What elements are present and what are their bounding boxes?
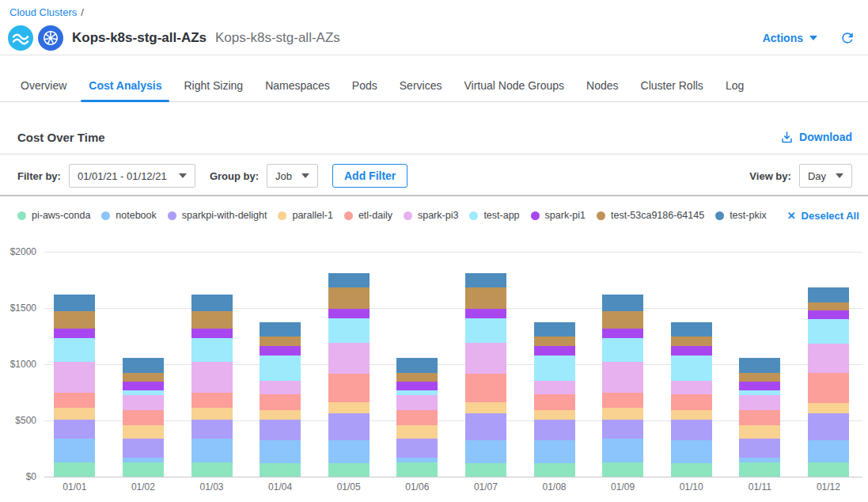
bar-segment-parallel-1-01-02[interactable]: [123, 425, 164, 439]
bar-segment-parallel-1-01-06[interactable]: [396, 425, 438, 439]
tab-nodes[interactable]: Nodes: [575, 70, 629, 101]
bar-segment-spark-pi1-01-09[interactable]: [602, 329, 643, 338]
bar-segment-spark-pi3-01-02[interactable]: [123, 395, 164, 410]
tab-right-sizing[interactable]: Right Sizing: [172, 70, 254, 101]
bar-segment-test-pkix-01-04[interactable]: [260, 322, 301, 337]
bar-segment-test-app-01-05[interactable]: [328, 318, 370, 343]
bar-segment-sparkpi-with-delight-01-06[interactable]: [396, 439, 438, 458]
bar-segment-notebook-01-06[interactable]: [396, 458, 438, 462]
bar-segment-test-53ca9186-64145-01-09[interactable]: [602, 311, 643, 329]
bar-segment-notebook-01-01[interactable]: [54, 439, 95, 462]
bar-segment-test-53ca9186-64145-01-01[interactable]: [54, 311, 95, 329]
tab-pods[interactable]: Pods: [341, 70, 389, 101]
bar-segment-etl-daily-01-07[interactable]: [465, 374, 506, 402]
bar-segment-sparkpi-with-delight-01-05[interactable]: [328, 413, 370, 440]
bar-segment-parallel-1-01-07[interactable]: [465, 402, 506, 413]
bar-segment-spark-pi1-01-11[interactable]: [739, 382, 780, 390]
bar-segment-sparkpi-with-delight-01-11[interactable]: [739, 439, 780, 458]
bar-segment-test-53ca9186-64145-01-03[interactable]: [191, 311, 233, 329]
bar-segment-notebook-01-02[interactable]: [123, 458, 164, 462]
bar-segment-pi-aws-conda-01-03[interactable]: [191, 462, 233, 477]
bar-segment-spark-pi3-01-03[interactable]: [191, 362, 233, 393]
legend-item-notebook[interactable]: notebook: [101, 210, 156, 221]
date-range-select[interactable]: 01/01/21 - 01/12/21: [69, 164, 195, 188]
bar-segment-spark-pi1-01-03[interactable]: [191, 329, 233, 338]
legend-item-pi-aws-conda[interactable]: pi-aws-conda: [17, 210, 90, 221]
bar-segment-test-pkix-01-11[interactable]: [739, 358, 780, 372]
bar-segment-test-53ca9186-64145-01-05[interactable]: [328, 287, 370, 309]
bar-segment-test-53ca9186-64145-01-06[interactable]: [396, 373, 438, 382]
bar-segment-test-app-01-02[interactable]: [123, 390, 164, 395]
bar-segment-etl-daily-01-10[interactable]: [671, 394, 712, 410]
download-button[interactable]: Download: [780, 131, 852, 144]
bar-segment-test-pkix-01-10[interactable]: [671, 322, 712, 337]
legend-item-spark-pi3[interactable]: spark-pi3: [404, 210, 458, 221]
bar-segment-test-pkix-01-01[interactable]: [54, 295, 95, 311]
bar-segment-test-pkix-01-12[interactable]: [808, 287, 849, 302]
bar-segment-spark-pi3-01-09[interactable]: [602, 362, 643, 393]
tab-log[interactable]: Log: [714, 70, 755, 101]
bar-segment-test-53ca9186-64145-01-11[interactable]: [739, 373, 780, 382]
bar-segment-spark-pi1-01-02[interactable]: [123, 382, 164, 390]
bar-segment-spark-pi1-01-06[interactable]: [396, 382, 438, 390]
bar-segment-pi-aws-conda-01-08[interactable]: [534, 463, 575, 477]
bar-segment-notebook-01-03[interactable]: [191, 439, 233, 462]
bar-segment-parallel-1-01-09[interactable]: [602, 408, 643, 420]
bar-segment-parallel-1-01-04[interactable]: [260, 410, 301, 420]
bar-segment-spark-pi1-01-12[interactable]: [808, 310, 849, 319]
bar-segment-test-app-01-07[interactable]: [465, 318, 506, 343]
bar-segment-spark-pi3-01-04[interactable]: [260, 381, 301, 394]
bar-segment-sparkpi-with-delight-01-10[interactable]: [671, 420, 712, 440]
add-filter-button[interactable]: Add Filter: [332, 164, 407, 188]
bar-segment-spark-pi1-01-04[interactable]: [260, 346, 301, 355]
bar-segment-sparkpi-with-delight-01-08[interactable]: [534, 420, 575, 440]
bar-segment-spark-pi3-01-06[interactable]: [396, 395, 438, 410]
bar-segment-parallel-1-01-03[interactable]: [191, 408, 233, 420]
bar-segment-test-53ca9186-64145-01-10[interactable]: [671, 337, 712, 346]
bar-segment-pi-aws-conda-01-12[interactable]: [808, 462, 849, 477]
bar-segment-test-pkix-01-06[interactable]: [396, 358, 438, 372]
bar-segment-test-pkix-01-03[interactable]: [191, 295, 233, 311]
bar-segment-test-app-01-01[interactable]: [54, 338, 95, 362]
bar-segment-etl-daily-01-09[interactable]: [602, 393, 643, 408]
bar-segment-pi-aws-conda-01-05[interactable]: [328, 463, 370, 477]
legend-item-spark-pi1[interactable]: spark-pi1: [531, 210, 586, 221]
tab-overview[interactable]: Overview: [9, 70, 78, 101]
bar-segment-test-53ca9186-64145-01-08[interactable]: [534, 337, 575, 346]
legend-item-parallel-1[interactable]: parallel-1: [278, 210, 332, 221]
bar-segment-test-53ca9186-64145-01-02[interactable]: [123, 373, 164, 382]
bar-segment-test-53ca9186-64145-01-12[interactable]: [808, 302, 849, 310]
legend-item-etl-daily[interactable]: etl-daily: [344, 210, 392, 221]
bar-segment-notebook-01-12[interactable]: [808, 440, 849, 462]
bar-segment-notebook-01-07[interactable]: [465, 440, 506, 463]
bar-segment-test-pkix-01-09[interactable]: [602, 295, 643, 311]
bar-segment-spark-pi1-01-05[interactable]: [328, 309, 370, 318]
bar-segment-test-pkix-01-07[interactable]: [465, 273, 506, 287]
deselect-all-button[interactable]: ✕Deselect All: [787, 210, 859, 222]
bar-segment-pi-aws-conda-01-06[interactable]: [396, 462, 438, 477]
tab-virtual-node-groups[interactable]: Virtual Node Groups: [453, 70, 575, 101]
bar-segment-test-app-01-10[interactable]: [671, 356, 712, 381]
bar-segment-spark-pi3-01-11[interactable]: [739, 395, 780, 410]
view-by-select[interactable]: Day: [799, 164, 852, 188]
bar-segment-test-app-01-12[interactable]: [808, 319, 849, 344]
bar-segment-notebook-01-11[interactable]: [739, 458, 780, 462]
bar-segment-parallel-1-01-10[interactable]: [671, 410, 712, 420]
bar-segment-etl-daily-01-01[interactable]: [54, 393, 95, 408]
bar-segment-etl-daily-01-12[interactable]: [808, 373, 849, 403]
bar-segment-etl-daily-01-02[interactable]: [123, 410, 164, 424]
bar-segment-parallel-1-01-05[interactable]: [328, 402, 370, 413]
bar-segment-pi-aws-conda-01-09[interactable]: [602, 462, 643, 477]
bar-segment-sparkpi-with-delight-01-12[interactable]: [808, 413, 849, 440]
bar-segment-notebook-01-10[interactable]: [671, 440, 712, 463]
bar-segment-test-pkix-01-02[interactable]: [123, 358, 164, 372]
bar-segment-notebook-01-08[interactable]: [534, 440, 575, 463]
tab-cluster-rolls[interactable]: Cluster Rolls: [630, 70, 714, 101]
bar-segment-spark-pi1-01-07[interactable]: [465, 309, 506, 318]
bar-segment-notebook-01-05[interactable]: [328, 440, 370, 463]
bar-segment-pi-aws-conda-01-10[interactable]: [671, 463, 712, 477]
tab-cost-analysis[interactable]: Cost Analysis: [78, 70, 172, 101]
bar-segment-pi-aws-conda-01-07[interactable]: [465, 463, 506, 477]
bar-segment-spark-pi3-01-10[interactable]: [671, 381, 712, 394]
refresh-button[interactable]: [840, 30, 855, 46]
